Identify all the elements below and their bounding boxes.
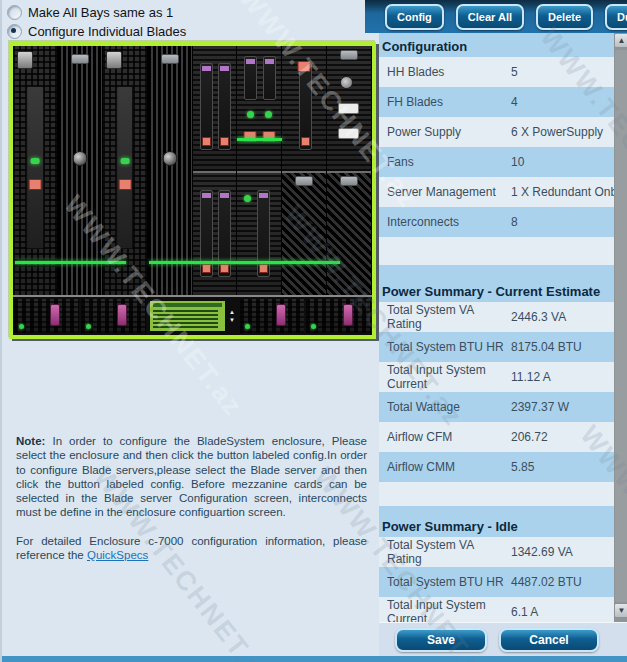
power-row: Total Input System Current6.1 A — [379, 597, 614, 622]
power-supply-3[interactable] — [240, 299, 305, 333]
row-value: 8175.04 BTU — [511, 340, 614, 354]
scrollbar[interactable]: ▲ ▼ — [614, 33, 627, 622]
drive-bay — [299, 63, 312, 150]
psu-led-icon — [19, 324, 24, 329]
row-label: HH Blades — [379, 65, 511, 79]
hp-logo-icon — [71, 54, 89, 64]
row-label: Total Wattage — [379, 400, 511, 414]
scroll-up-button[interactable]: ▲ — [614, 33, 627, 48]
enclosure-image-selected[interactable]: ▲ ▼ — [9, 42, 376, 339]
row-value: 6 X PowerSupply — [511, 125, 614, 139]
eject-button — [28, 179, 41, 190]
blade-server-bay-3[interactable] — [103, 46, 148, 297]
power-supply-1[interactable] — [14, 299, 79, 333]
blade-server-bay-6-bottom[interactable] — [237, 173, 281, 298]
blade-server-bay-8-bottom[interactable] — [327, 173, 371, 298]
psu-handle — [276, 304, 286, 326]
row-value: 11.12 A — [511, 370, 614, 384]
insight-display[interactable]: ▲ ▼ — [147, 297, 239, 335]
power-supply-2[interactable] — [81, 299, 146, 333]
cancel-button[interactable]: Cancel — [499, 628, 599, 652]
io-module-bay-8-top[interactable] — [327, 46, 371, 173]
section-gap — [379, 506, 614, 513]
power-row: Total System VA Rating2446.3 VA — [379, 302, 614, 332]
section-header-power-idle: Power Summary - Idle — [379, 515, 614, 537]
row-label: Total System VA Rating — [379, 303, 511, 331]
lcd-nav-buttons[interactable]: ▲ ▼ — [228, 309, 237, 323]
scrollbar-thumb[interactable] — [615, 50, 627, 602]
blade-bays — [13, 46, 372, 297]
blade-server-bay-6-top[interactable] — [237, 46, 281, 173]
row-label: Airflow CMM — [379, 460, 511, 474]
power-row: Total System BTU HR8175.04 BTU — [379, 332, 614, 362]
blade-configurator-window: Make All Bays same as 1 Configure Indivi… — [0, 0, 627, 662]
window-bottom-strip — [2, 656, 627, 662]
blade-server-bay-2[interactable] — [58, 46, 103, 297]
round-port-icon — [340, 76, 353, 89]
section-header-configuration: Configuration — [379, 35, 614, 57]
scroll-up-icon: ▲ — [618, 37, 626, 45]
footer-bar: Save Cancel — [379, 622, 627, 657]
config-row: Interconnects8 — [379, 207, 614, 237]
row-label: Server Management — [379, 185, 511, 199]
row-label: Fans — [379, 155, 511, 169]
config-row: Fans10 — [379, 147, 614, 177]
drive-bay — [200, 63, 213, 150]
note-paragraph: Note: In order to configure the BladeSys… — [16, 434, 367, 520]
blade-server-bay-1[interactable] — [13, 46, 58, 297]
config-row: Power Supply6 X PowerSupply — [379, 117, 614, 147]
delete-button[interactable]: Delete — [536, 4, 593, 30]
psu-handle — [117, 304, 127, 326]
save-button[interactable]: Save — [395, 628, 487, 652]
blade-server-bay-5-top[interactable] — [193, 46, 237, 173]
row-value: 1 X Redundant Onboa — [511, 185, 614, 199]
row-value: 2397.37 W — [511, 400, 614, 414]
radio-button-icon[interactable] — [7, 24, 22, 39]
row-label: Power Supply — [379, 125, 511, 139]
quickspecs-text: For detailed Enclosure c-7000 configurat… — [16, 535, 367, 561]
eject-button — [118, 179, 131, 190]
power-row: Airflow CFM206.72 — [379, 422, 614, 452]
toolbar: Config Clear All Delete Duplicate — [365, 0, 627, 33]
lcd-title-bar — [153, 303, 222, 307]
status-green-bar — [237, 138, 282, 141]
row-label: Total System BTU HR — [379, 340, 511, 354]
hp-logo-icon — [340, 176, 358, 186]
config-button[interactable]: Config — [385, 4, 444, 30]
scroll-down-button[interactable]: ▼ — [614, 603, 627, 618]
row-label: Interconnects — [379, 215, 511, 229]
drive-bay — [218, 63, 231, 150]
quickspecs-paragraph: For detailed Enclosure c-7000 configurat… — [16, 534, 367, 563]
radio-make-all-bays[interactable]: Make All Bays same as 1 — [7, 3, 186, 22]
blade-server-bay-7-bottom[interactable] — [282, 173, 326, 298]
blade-bay-column-5 — [193, 46, 238, 297]
psu-led-icon — [245, 324, 250, 329]
row-value: 1342.69 VA — [511, 545, 614, 559]
status-green-bar — [149, 261, 339, 264]
row-label: Total System VA Rating — [379, 538, 511, 566]
section-header-power-current: Power Summary - Current Estimate — [379, 280, 614, 302]
row-label: Total Input System Current — [379, 598, 511, 622]
row-value: 4487.02 BTU — [511, 575, 614, 589]
blade-handle — [116, 86, 134, 249]
power-supply-4[interactable] — [306, 299, 371, 333]
blade-server-bay-7-top[interactable] — [282, 46, 326, 173]
blade-bay-column-8 — [327, 46, 372, 297]
status-green-bar — [15, 261, 126, 264]
quickspecs-link[interactable]: QuickSpecs — [87, 549, 148, 561]
note-body: In order to configure the BladeSystem en… — [16, 435, 367, 518]
blade-bay-column-6 — [237, 46, 282, 297]
note-label: Note: — [16, 435, 45, 447]
power-row: Total Input System Current11.12 A — [379, 362, 614, 392]
blade-server-bay-5-bottom[interactable] — [193, 173, 237, 298]
lcd-up-arrow-icon[interactable]: ▲ — [229, 309, 235, 315]
duplicate-button[interactable]: Duplicate — [605, 4, 627, 30]
row-label: Total Input System Current — [379, 363, 511, 391]
row-value: 2446.3 VA — [511, 310, 614, 324]
lcd-down-arrow-icon[interactable]: ▼ — [229, 317, 235, 323]
radio-configure-individual[interactable]: Configure Individual Blades — [7, 22, 186, 41]
radio-label: Make All Bays same as 1 — [28, 5, 173, 20]
blade-server-bay-4[interactable] — [148, 46, 193, 297]
clear-all-button[interactable]: Clear All — [456, 4, 524, 30]
radio-button-icon[interactable] — [7, 5, 22, 20]
